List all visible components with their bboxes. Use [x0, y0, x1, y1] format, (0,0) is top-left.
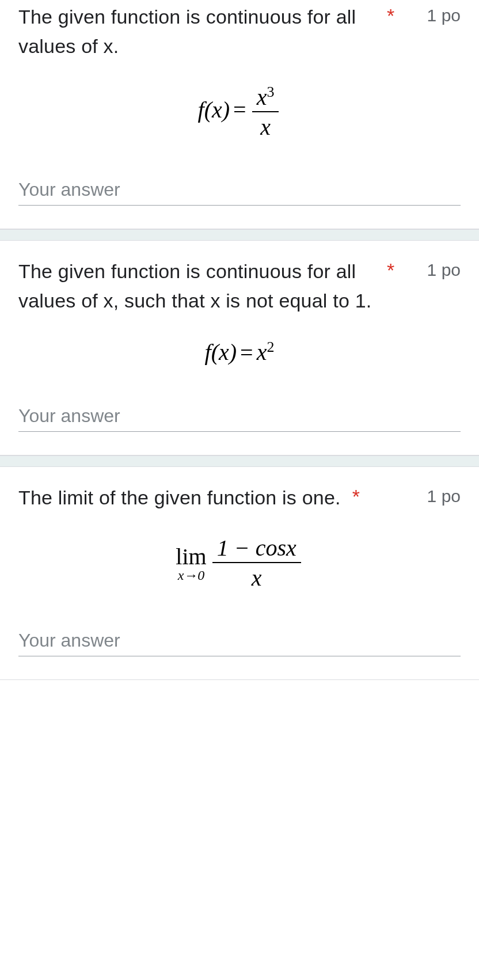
question-text: The given function is continuous for all… — [18, 257, 375, 316]
formula-display: limx→01 − cosxx — [18, 535, 461, 591]
question-card: The given function is continuous for all… — [0, 241, 479, 455]
points-label: 1 po — [427, 2, 461, 25]
answer-input[interactable] — [18, 625, 461, 656]
question-text: The limit of the given function is one. — [18, 483, 341, 512]
question-text: The given function is continuous for all… — [18, 2, 375, 61]
question-prompt: The given function is continuous for all… — [18, 260, 371, 312]
card-divider — [0, 229, 479, 241]
formula-display: f(x)=x2 — [18, 339, 461, 366]
answer-input[interactable] — [18, 401, 461, 432]
question-prompt: The given function is continuous for all… — [18, 6, 356, 57]
question-card: The limit of the given function is one. … — [0, 467, 479, 680]
required-indicator: * — [387, 2, 394, 30]
answer-input[interactable] — [18, 174, 461, 206]
points-label: 1 po — [427, 257, 461, 280]
question-header: The given function is continuous for all… — [18, 2, 461, 61]
formula-display: f(x)=x3x — [18, 84, 461, 140]
card-divider — [0, 455, 479, 467]
points-label: 1 po — [427, 483, 461, 506]
question-card: The given function is continuous for all… — [0, 0, 479, 229]
required-indicator: * — [352, 483, 360, 511]
question-header: The limit of the given function is one. … — [18, 483, 461, 512]
question-header: The given function is continuous for all… — [18, 257, 461, 316]
question-prompt: The limit of the given function is one. — [18, 487, 341, 508]
required-indicator: * — [387, 257, 394, 284]
